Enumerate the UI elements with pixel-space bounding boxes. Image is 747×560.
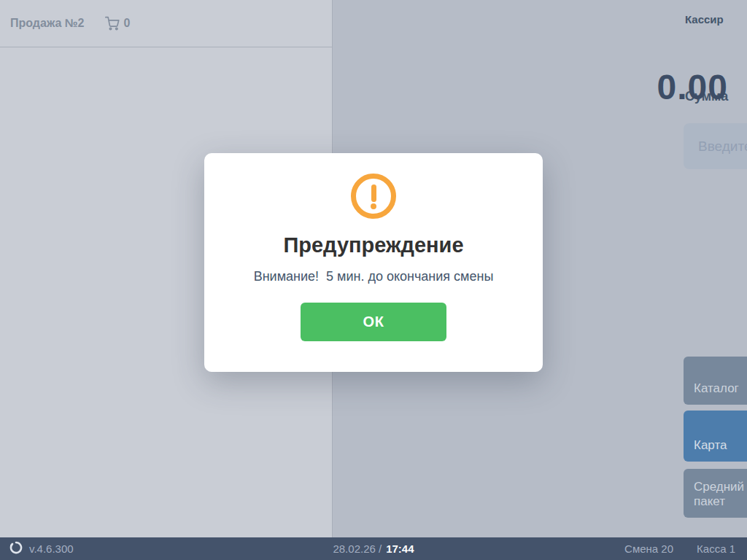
sale-header[interactable]: Продажа №2 0 bbox=[0, 0, 332, 47]
ok-button[interactable]: ОК bbox=[301, 303, 446, 341]
modal-message: Внимание! 5 мин. до окончания смены bbox=[254, 269, 494, 284]
shift-number: Смена 20 bbox=[624, 542, 673, 555]
card-button[interactable]: Карта bbox=[684, 411, 747, 462]
catalog-button-label: Каталог bbox=[694, 381, 739, 396]
pos-app: Продажа №2 0 Кассир bbox=[0, 0, 747, 560]
status-date: 28.02.26 / bbox=[333, 542, 382, 555]
sum-value: 0.00 bbox=[657, 67, 728, 107]
statusbar-right: Смена 20 Касса 1 bbox=[624, 537, 735, 560]
warning-modal: Предупреждение Внимание! 5 мин. до оконч… bbox=[204, 153, 543, 372]
sale-tab-title: Продажа №2 bbox=[10, 17, 85, 30]
product-code-input[interactable] bbox=[684, 123, 747, 169]
cart-indicator[interactable]: 0 bbox=[105, 16, 131, 31]
register-number: Касса 1 bbox=[697, 542, 735, 555]
status-bar: v.4.6.300 28.02.26 / 17:44 Смена 20 Касс… bbox=[0, 537, 747, 560]
cart-icon bbox=[105, 16, 120, 31]
catalog-button[interactable]: Каталог bbox=[684, 357, 747, 405]
status-time: 17:44 bbox=[386, 542, 414, 555]
card-button-label: Карта bbox=[694, 438, 727, 453]
medium-bag-label: Средний пакет bbox=[694, 480, 747, 509]
warning-icon bbox=[351, 174, 396, 219]
cart-count: 0 bbox=[124, 17, 131, 30]
medium-bag-button[interactable]: Средний пакет bbox=[684, 469, 747, 518]
modal-title: Предупреждение bbox=[283, 233, 463, 257]
cashier-header-label: Кассир bbox=[685, 13, 724, 26]
